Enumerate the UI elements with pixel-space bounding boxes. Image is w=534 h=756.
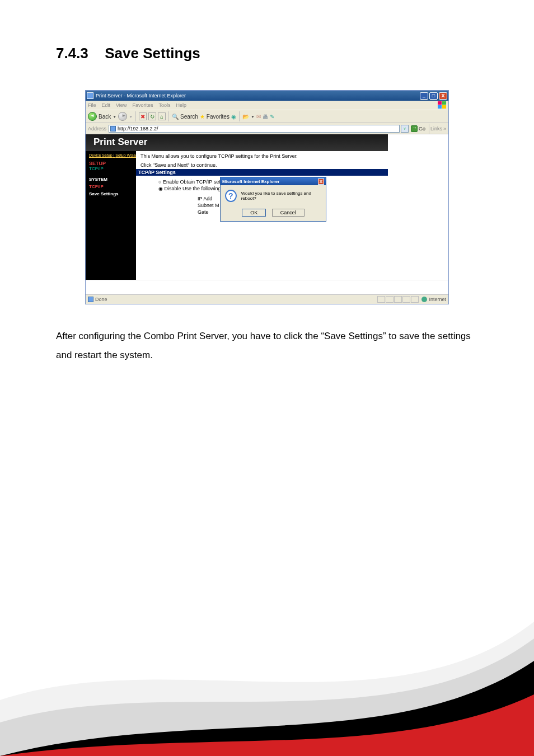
status-done: Done [95,297,107,302]
dialog-title: Microsoft Internet Explorer [222,179,318,184]
search-label[interactable]: Search [180,114,198,120]
footer-decoration [0,611,534,756]
section-number: 7.4.3 [56,45,101,62]
stop-button[interactable]: ✖ [139,112,147,120]
links-chevron-icon[interactable]: » [443,126,446,132]
done-icon [88,297,93,302]
sidebar: Device Setup | Setup Wizard | System Too… [86,151,136,280]
address-dropdown-button[interactable]: v [401,125,409,133]
print-icon[interactable]: 🖶 [263,114,268,120]
go-icon [411,125,418,132]
window-maximize-button[interactable]: □ [429,92,438,100]
browser-toolbar: Back ▼ ▼ ✖ ↻ ⌂ 🔍 Search ★ Favorites ◉ 📂 … [86,110,448,123]
menu-bar: File Edit View Favorites Tools Help [86,101,448,110]
favorites-icon[interactable]: ★ [200,114,205,120]
window-minimize-button[interactable]: _ [420,92,428,100]
window-titlebar: Print Server - Microsoft Internet Explor… [86,91,448,101]
back-dropdown-icon[interactable]: ▼ [113,115,116,119]
section-title: Save Settings [105,45,200,62]
sidebar-setup-tcpip[interactable]: TCP/IP [89,166,133,171]
ie-page-icon [87,92,93,99]
forward-button[interactable] [118,112,127,121]
confirm-dialog: Microsoft Internet Explorer X ? Would yo… [220,177,326,222]
menu-view[interactable]: View [116,102,127,108]
top-nav: Device Setup | Setup Wizard | System Too… [89,153,133,157]
folder-dropdown-icon[interactable]: ▼ [251,115,255,119]
section-heading: 7.4.3 Save Settings [56,45,478,62]
main-panel: This Menu allows you to configure TCP/IP… [136,151,388,280]
menu-help[interactable]: Help [176,102,186,108]
intro-text-1: This Menu allows you to configure TCP/IP… [140,153,383,159]
menu-file[interactable]: File [88,102,96,108]
windows-logo-icon [437,101,447,110]
sidebar-setup-heading: SETUP [89,161,133,166]
sidebar-tcpip[interactable]: TCP/IP [89,184,133,189]
links-label[interactable]: Links [430,126,442,132]
svg-rect-3 [442,105,446,109]
go-button[interactable]: Go [411,125,425,132]
sidebar-save-settings[interactable]: Save Settings [89,191,133,196]
address-label: Address [88,126,106,132]
body-paragraph: After configuring the Combo Print Server… [56,327,478,365]
address-input[interactable]: http://192.168.2.2/ [109,125,400,133]
window-close-button[interactable]: X [439,92,447,100]
refresh-button[interactable]: ↻ [148,112,156,120]
search-icon[interactable]: 🔍 [172,114,179,120]
back-label: Back [99,114,111,120]
edit-icon[interactable]: ✎ [270,114,274,120]
svg-rect-0 [438,101,442,105]
mail-icon[interactable]: ✉ [256,114,261,120]
dialog-close-button[interactable]: X [318,179,324,185]
browser-window: Print Server - Microsoft Internet Explor… [85,90,449,304]
menu-edit[interactable]: Edit [102,102,111,108]
page-title: Print Server [86,134,388,151]
back-button[interactable] [88,112,97,121]
svg-rect-1 [442,101,446,105]
address-bar: Address http://192.168.2.2/ v Go Links » [86,123,448,134]
forward-dropdown-icon[interactable]: ▼ [129,115,133,119]
page-icon [110,126,116,132]
go-label: Go [419,126,425,132]
favorites-label[interactable]: Favorites [207,114,229,120]
media-icon[interactable]: ◉ [231,114,236,120]
menu-favorites[interactable]: Favorites [132,102,153,108]
svg-rect-2 [438,105,442,109]
status-cells [377,296,419,303]
folder-icon[interactable]: 📂 [242,114,249,120]
home-button[interactable]: ⌂ [158,112,166,120]
window-title: Print Server - Microsoft Internet Explor… [96,93,420,98]
internet-zone-icon [421,297,427,302]
intro-text-2: Click "Save and Next" to continue. [140,162,383,168]
browser-blank-area [388,134,448,280]
sidebar-system[interactable]: SYSTEM [89,177,133,182]
question-icon: ? [225,190,237,202]
dialog-message: Would you like to save settings and rebo… [241,191,321,201]
status-zone: Internet [429,297,446,302]
dialog-cancel-button[interactable]: Cancel [272,209,305,217]
status-bar: Done Internet [86,294,448,304]
tcpip-settings-header: TCP/IP Settings [136,169,388,176]
url-text: http://192.168.2.2/ [118,126,158,132]
dialog-ok-button[interactable]: OK [242,209,266,217]
menu-tools[interactable]: Tools [158,102,170,108]
nav-device-setup[interactable]: Device Setup [89,153,113,157]
